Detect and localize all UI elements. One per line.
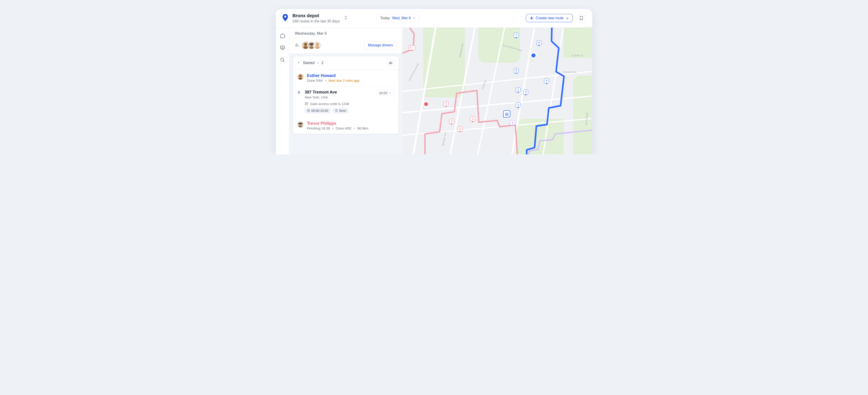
stop-marker[interactable]: 6 xyxy=(537,40,541,45)
nav-rail xyxy=(276,28,289,154)
depot-marker[interactable] xyxy=(503,110,510,117)
stop-note: Gate access code is 1248 xyxy=(305,102,395,106)
create-route-label: Create new route xyxy=(536,16,563,20)
note-icon xyxy=(305,102,308,106)
driver-name: Trevor Philipps xyxy=(307,121,368,126)
main-body: Wednesday, Mar 6 Manage dr xyxy=(276,28,592,154)
map-view[interactable]: Grand ConcourseWebster AveWebster AveThi… xyxy=(402,28,592,154)
avatar xyxy=(313,41,321,49)
search-icon xyxy=(280,57,285,63)
driver-block[interactable]: Trevor Philipps Finishing 16:38 • Done 4… xyxy=(293,117,399,134)
chevron-down-icon xyxy=(412,17,416,20)
svg-rect-36 xyxy=(298,123,303,124)
driver-avatars[interactable] xyxy=(302,41,321,49)
stop-marker[interactable]: 5 xyxy=(514,68,519,73)
svg-point-9 xyxy=(281,58,284,61)
svg-marker-23 xyxy=(298,62,299,63)
stop-marker[interactable]: 7 xyxy=(514,33,519,37)
manage-drivers-button[interactable]: Manage drivers xyxy=(364,41,397,49)
avatar xyxy=(297,73,304,80)
vehicle-position[interactable] xyxy=(531,53,535,57)
stop-marker[interactable]: 3 xyxy=(523,90,528,95)
depot-subtitle: 248 routes in the last 30 days xyxy=(292,19,340,24)
visibility-toggle-button[interactable] xyxy=(387,59,395,66)
driver-name: Esther Howard xyxy=(307,73,360,78)
stopwatch-icon xyxy=(335,109,338,112)
vehicle-position[interactable] xyxy=(424,102,428,106)
stop-marker[interactable]: 4 xyxy=(443,101,448,106)
time-window-chip: 09:00-10:00 xyxy=(305,108,331,113)
presentation-chart-icon xyxy=(280,45,285,51)
stop-eta: 10:02 xyxy=(379,91,388,95)
caret-down-icon xyxy=(297,61,300,65)
routes-panel: Wednesday, Mar 6 Manage dr xyxy=(289,28,402,154)
svg-rect-38 xyxy=(506,114,507,115)
depot-title: Bronx depot xyxy=(292,13,340,19)
stop-marker[interactable]: 4 xyxy=(544,78,549,83)
svg-rect-15 xyxy=(303,46,308,49)
card-status-header[interactable]: Started • 2 xyxy=(293,56,399,70)
stop-marker[interactable]: 5 ↑ xyxy=(408,45,415,50)
depot-selector[interactable]: Bronx depot 248 routes in the last 30 da… xyxy=(292,13,347,24)
svg-rect-22 xyxy=(315,46,319,49)
svg-rect-37 xyxy=(298,125,303,128)
create-route-button[interactable]: Create new route xyxy=(526,14,573,22)
plus-icon xyxy=(530,16,533,20)
avatar xyxy=(297,121,304,128)
svg-rect-18 xyxy=(309,44,314,45)
chevron-down-icon xyxy=(389,91,392,94)
svg-rect-19 xyxy=(309,47,313,49)
stop-marker[interactable]: 1 xyxy=(516,102,521,107)
bookmark-button[interactable] xyxy=(577,13,586,23)
nav-home[interactable] xyxy=(280,33,285,38)
drivers-row: Manage drivers xyxy=(289,39,402,53)
routes-list: Started • 2 xyxy=(289,53,402,154)
svg-line-10 xyxy=(283,61,284,62)
people-icon xyxy=(295,43,299,48)
bookmark-icon xyxy=(579,16,583,20)
panel-date-title: Wednesday, Mar 6 xyxy=(295,31,397,36)
date-value: Wed, Mar 6 xyxy=(392,16,411,20)
stop-marker[interactable]: 3 xyxy=(449,119,454,124)
stop-address: 387 Tremont Ave xyxy=(305,90,372,95)
stop-index: 6 xyxy=(297,90,301,95)
stop-marker[interactable]: 1 xyxy=(470,116,475,121)
stop-marker[interactable]: 2 xyxy=(458,126,463,132)
driver-status-line: Done 5/64 • Next due 2 mins ago xyxy=(307,79,360,82)
stop-marker[interactable]: 1 xyxy=(510,120,515,125)
driver-status-line: Finishing 16:38 • Done 4/82 • 98.9km xyxy=(307,126,368,130)
started-routes-card: Started • 2 xyxy=(293,56,399,134)
updown-chevron-icon xyxy=(344,15,347,21)
header-bar: Bronx depot 248 routes in the last 30 da… xyxy=(276,9,592,28)
stop-city: New York, USA xyxy=(305,95,372,99)
svg-point-24 xyxy=(390,62,391,63)
svg-rect-27 xyxy=(298,78,303,80)
svg-point-31 xyxy=(336,110,338,112)
next-stop-block[interactable]: 6 387 Tremont Ave New York, USA 10:02 xyxy=(293,86,399,117)
route-paths xyxy=(402,28,592,154)
svg-point-12 xyxy=(297,44,298,45)
duration-chip: 5min xyxy=(333,108,348,113)
svg-point-11 xyxy=(296,44,297,45)
app-window: Bronx depot 248 routes in the last 30 da… xyxy=(276,9,592,154)
status-label: Started xyxy=(303,61,315,65)
date-picker[interactable]: Today Wed, Mar 6 xyxy=(376,14,420,22)
svg-point-21 xyxy=(316,43,319,46)
chevron-down-icon xyxy=(566,17,569,20)
logo-pin-icon xyxy=(282,14,288,22)
date-label-today: Today xyxy=(380,16,390,20)
status-count: 2 xyxy=(321,61,323,65)
eye-icon xyxy=(389,61,393,65)
svg-point-14 xyxy=(304,43,307,46)
clock-icon xyxy=(307,109,310,112)
nav-reports[interactable] xyxy=(280,45,285,51)
home-icon xyxy=(280,33,285,38)
svg-point-26 xyxy=(299,75,302,78)
nav-search[interactable] xyxy=(280,57,285,63)
svg-point-0 xyxy=(284,16,286,18)
warehouse-icon xyxy=(505,112,508,116)
stop-marker[interactable]: 2 xyxy=(516,87,521,92)
driver-block[interactable]: Esther Howard Done 5/64 • Next due 2 min… xyxy=(293,70,399,86)
stop-eta-dropdown[interactable]: 10:02 xyxy=(376,90,395,96)
